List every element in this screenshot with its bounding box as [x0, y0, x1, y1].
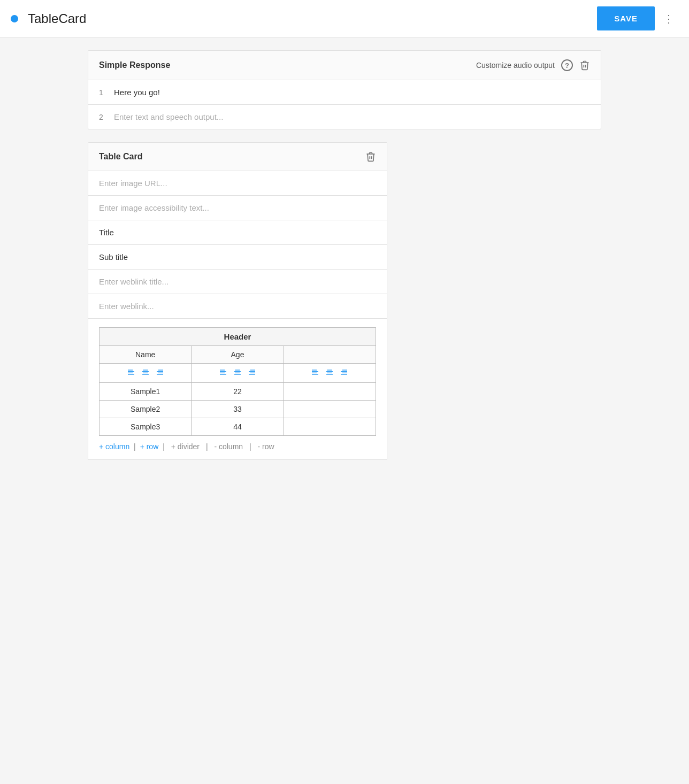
align-cell-3: [284, 364, 376, 383]
simple-response-header: Simple Response Customize audio output ?: [88, 51, 601, 80]
align-left-3[interactable]: [309, 367, 321, 379]
column-header-row: Name Age: [99, 346, 376, 364]
topbar: TableCard SAVE: [0, 0, 689, 37]
svg-rect-35: [341, 374, 347, 374]
align-center-3[interactable]: [323, 367, 336, 379]
subtitle-field: [88, 245, 387, 270]
svg-rect-17: [234, 371, 241, 372]
svg-rect-25: [312, 371, 318, 372]
cell-sample2-name: Sample2: [99, 401, 192, 418]
svg-rect-3: [128, 374, 134, 374]
image-accessibility-field: [88, 196, 387, 220]
row-number-2: 2: [99, 113, 114, 121]
align-cell-1: [99, 364, 192, 383]
svg-rect-31: [326, 374, 333, 374]
main-content: Simple Response Customize audio output ?…: [77, 37, 612, 473]
align-center-2[interactable]: [231, 367, 244, 379]
cell-sample2-age: 33: [192, 401, 284, 418]
svg-rect-11: [157, 374, 163, 374]
image-accessibility-input[interactable]: [99, 203, 376, 212]
svg-rect-33: [341, 371, 347, 372]
simple-response-actions: Customize audio output ?: [476, 59, 590, 71]
svg-rect-29: [326, 371, 333, 372]
svg-rect-8: [158, 370, 163, 370]
delete-table-card-button[interactable]: [365, 151, 376, 162]
svg-rect-5: [142, 371, 149, 372]
svg-rect-26: [312, 373, 317, 373]
weblink-field: [88, 294, 387, 319]
svg-rect-20: [250, 370, 255, 370]
remove-column-label: - column: [214, 442, 243, 451]
svg-rect-0: [128, 370, 133, 370]
row-number-1: 1: [99, 88, 114, 97]
align-center-1[interactable]: [139, 367, 152, 379]
cell-sample3-extra: [284, 418, 376, 436]
svg-rect-30: [327, 373, 332, 373]
table-card-header: Table Card: [88, 143, 387, 171]
separator-4: |: [249, 442, 254, 451]
add-divider-label: + divider: [171, 442, 200, 451]
svg-rect-10: [158, 373, 163, 373]
weblink-input[interactable]: [99, 302, 376, 311]
weblink-title-input[interactable]: [99, 277, 376, 286]
svg-rect-28: [327, 370, 332, 370]
svg-rect-6: [143, 373, 148, 373]
svg-rect-12: [220, 370, 225, 370]
cell-sample3-age: 44: [192, 418, 284, 436]
delete-simple-response-button[interactable]: [579, 60, 590, 71]
table-header-row: Header: [99, 328, 376, 346]
align-buttons-3: [286, 367, 373, 379]
help-icon[interactable]: ?: [561, 59, 573, 71]
table-card: Table Card: [88, 142, 387, 460]
svg-rect-2: [128, 373, 133, 373]
subtitle-input[interactable]: [99, 252, 376, 262]
save-button[interactable]: SAVE: [597, 6, 655, 30]
svg-rect-13: [220, 371, 226, 372]
table-card-title: Table Card: [99, 152, 365, 162]
align-buttons-2: [194, 367, 281, 379]
response-input-2[interactable]: [114, 112, 590, 121]
svg-rect-32: [342, 370, 347, 370]
col-header-name: Name: [99, 346, 192, 364]
align-left-2[interactable]: [217, 367, 229, 379]
simple-response-card: Simple Response Customize audio output ?…: [88, 50, 601, 129]
align-right-3[interactable]: [338, 367, 350, 379]
table-row: Sample2 33: [99, 401, 376, 418]
table-section: Header Name Age: [88, 319, 387, 436]
remove-row-label: - row: [258, 442, 274, 451]
table-row: Sample1 22: [99, 383, 376, 401]
align-left-1[interactable]: [125, 367, 137, 379]
svg-rect-15: [220, 374, 226, 374]
cell-sample1-name: Sample1: [99, 383, 192, 401]
svg-rect-23: [249, 374, 255, 374]
table-header-cell: Header: [99, 328, 376, 346]
align-cell-2: [192, 364, 284, 383]
cell-sample1-age: 22: [192, 383, 284, 401]
response-row-2: 2: [88, 105, 601, 129]
add-row-link[interactable]: + row: [140, 442, 159, 451]
more-vertical-icon: [663, 12, 674, 26]
separator-1: |: [134, 442, 138, 451]
weblink-title-field: [88, 270, 387, 294]
svg-rect-19: [234, 374, 241, 374]
simple-response-title: Simple Response: [99, 60, 476, 70]
svg-rect-4: [143, 370, 148, 370]
response-input-1[interactable]: [114, 88, 590, 97]
align-right-2[interactable]: [246, 367, 258, 379]
col-header-empty: [284, 346, 376, 364]
cell-sample1-extra: [284, 383, 376, 401]
svg-rect-9: [157, 371, 163, 372]
cell-sample2-extra: [284, 401, 376, 418]
customize-audio-label: Customize audio output: [476, 61, 555, 70]
title-input[interactable]: [99, 228, 376, 237]
align-right-1[interactable]: [154, 367, 166, 379]
svg-rect-24: [312, 370, 317, 370]
more-options-button[interactable]: [659, 7, 678, 30]
add-column-link[interactable]: + column: [99, 442, 129, 451]
svg-rect-7: [142, 374, 149, 374]
svg-rect-34: [342, 373, 347, 373]
table-row: Sample3 44: [99, 418, 376, 436]
alignment-row: [99, 364, 376, 383]
data-table: Header Name Age: [99, 327, 376, 436]
image-url-input[interactable]: [99, 179, 376, 188]
